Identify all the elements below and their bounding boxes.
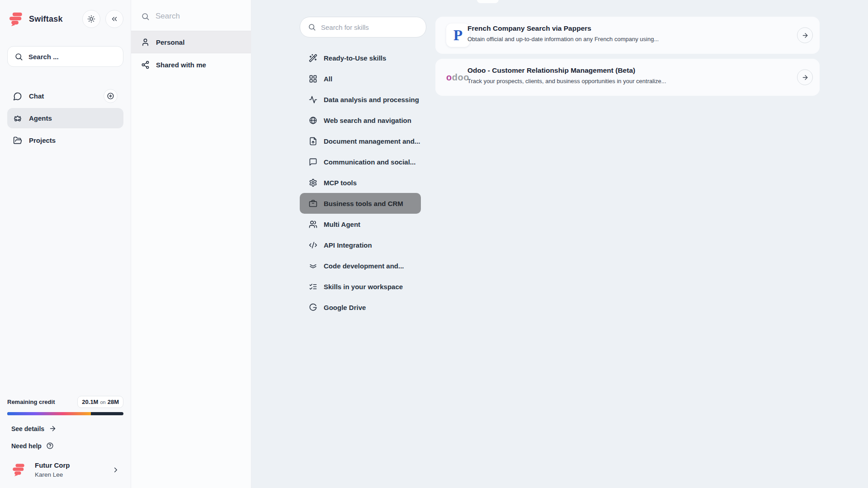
- category-item[interactable]: Skills in your workspace: [300, 276, 426, 297]
- plus-circle-icon: [107, 92, 114, 100]
- category-label: Code development and...: [324, 262, 404, 270]
- sidebar-nav-item[interactable]: Agents: [7, 108, 123, 128]
- sidebar: Swiftask Chat: [0, 0, 131, 488]
- skills-search-input[interactable]: [321, 23, 418, 31]
- panel-item[interactable]: Personal: [131, 31, 251, 53]
- globe-icon: [309, 116, 317, 125]
- category-item[interactable]: Code development and...: [300, 255, 426, 276]
- sidebar-search[interactable]: [7, 46, 123, 67]
- category-label: All: [324, 75, 332, 83]
- category-item[interactable]: All: [300, 68, 426, 89]
- collapse-sidebar-button[interactable]: [105, 10, 123, 28]
- grid-icon: [309, 75, 317, 83]
- skill-card-description: Obtain official and up-to-date informati…: [467, 36, 783, 42]
- category-label: Document management and...: [324, 137, 420, 145]
- category-item[interactable]: Ready-to-Use skills: [300, 47, 426, 68]
- category-item[interactable]: Multi Agent: [300, 214, 426, 235]
- search-icon: [14, 52, 23, 61]
- help-circle-icon: [46, 442, 54, 450]
- panel-search-input[interactable]: [156, 12, 242, 21]
- arrow-right-icon: [802, 74, 809, 81]
- need-help-label: Need help: [11, 442, 42, 450]
- category-item[interactable]: Communication and social...: [300, 151, 426, 172]
- briefcase-icon: [309, 199, 317, 208]
- chat-bubble-icon: [13, 92, 22, 101]
- chevron-right-icon: [112, 466, 120, 474]
- message-square-icon: [309, 158, 317, 166]
- wand-sparkles-icon: [309, 54, 317, 62]
- sidebar-nav: Chat Agents Projects: [7, 86, 123, 150]
- category-item[interactable]: Google Drive: [300, 297, 426, 318]
- category-item[interactable]: MCP tools: [300, 172, 426, 193]
- user-icon: [141, 38, 150, 47]
- org-user-name: Karen Lee: [35, 471, 70, 478]
- skill-card[interactable]: P French Company Search via Pappers Obta…: [435, 17, 820, 54]
- sidebar-bottom: Remaining credit 20.1M on 28M See detail…: [7, 396, 123, 480]
- panel-item[interactable]: Shared with me: [131, 53, 251, 76]
- skills-column: Ready-to-Use skills All Data analysis an…: [300, 17, 426, 318]
- nav-item-label: Projects: [29, 136, 56, 144]
- open-skill-button[interactable]: [797, 70, 813, 85]
- google-icon: [309, 303, 317, 312]
- arrow-right-icon: [802, 32, 809, 39]
- open-skill-button[interactable]: [797, 28, 813, 43]
- skill-card-title: Odoo - Customer Relationship Management …: [467, 66, 783, 75]
- credit-label: Remaining credit: [7, 399, 55, 405]
- category-label: Business tools and CRM: [324, 200, 403, 207]
- category-label: Multi Agent: [324, 221, 360, 228]
- category-label: Ready-to-Use skills: [324, 54, 386, 62]
- list-checks-icon: [309, 282, 317, 291]
- category-list: Ready-to-Use skills All Data analysis an…: [300, 47, 426, 318]
- search-icon: [308, 23, 316, 31]
- skill-cards: P French Company Search via Pappers Obta…: [435, 17, 820, 96]
- category-item[interactable]: Document management and...: [300, 131, 426, 151]
- skill-card-logo: odoo: [446, 73, 469, 82]
- credit-conjunction: on: [100, 399, 105, 405]
- agents-icon: [13, 114, 22, 123]
- nav-item-label: Agents: [29, 114, 52, 122]
- search-icon: [141, 12, 150, 21]
- category-item[interactable]: Data analysis and processing: [300, 89, 426, 110]
- see-details-label: See details: [11, 425, 44, 432]
- category-label: Skills in your workspace: [324, 283, 403, 291]
- sidebar-nav-item[interactable]: Projects: [7, 130, 123, 150]
- see-details-link[interactable]: See details: [11, 425, 123, 432]
- category-label: Web search and navigation: [324, 117, 411, 124]
- credit-badge: 20.1M on 28M: [77, 396, 123, 408]
- credit-used: 20.1M: [82, 399, 98, 405]
- panel-item-label: Shared with me: [156, 61, 206, 69]
- gear-icon: [309, 178, 317, 187]
- skill-card-description: Track your prospects, clients, and busin…: [467, 78, 783, 84]
- code-icon: [309, 241, 317, 249]
- sidebar-search-input[interactable]: [28, 53, 116, 61]
- panel-items: Personal Shared with me: [131, 31, 251, 76]
- skill-card[interactable]: odoo Odoo - Customer Relationship Manage…: [435, 59, 820, 96]
- panel-search[interactable]: [131, 0, 251, 31]
- top-notch: [477, 0, 499, 3]
- category-item[interactable]: API Integration: [300, 235, 426, 255]
- category-item[interactable]: Business tools and CRM: [300, 193, 421, 214]
- folder-icon: [13, 136, 22, 145]
- sidebar-nav-item[interactable]: Chat: [7, 86, 123, 106]
- sun-icon: [87, 15, 95, 23]
- share-icon: [141, 61, 150, 69]
- need-help-link[interactable]: Need help: [11, 442, 123, 450]
- new-chat-button[interactable]: [104, 89, 118, 103]
- arrow-right-icon: [49, 425, 57, 432]
- category-label: Google Drive: [324, 304, 366, 311]
- theme-toggle-button[interactable]: [82, 10, 100, 28]
- workspace-switcher[interactable]: Futur Corp Karen Lee: [7, 460, 123, 480]
- app-title: Swiftask: [29, 14, 63, 24]
- category-label: MCP tools: [324, 179, 357, 187]
- main-content: Ready-to-Use skills All Data analysis an…: [251, 0, 868, 488]
- layers-icon: [309, 262, 317, 270]
- nav-item-label: Chat: [29, 92, 44, 100]
- credit-row: Remaining credit 20.1M on 28M: [7, 396, 123, 408]
- skills-search[interactable]: [300, 17, 426, 38]
- swiftask-logo-icon: [7, 11, 25, 27]
- skill-card-logo: P: [446, 23, 470, 47]
- category-item[interactable]: Web search and navigation: [300, 110, 426, 131]
- org-avatar-icon: [11, 462, 27, 477]
- credit-progress-bar: [7, 412, 123, 415]
- credit-progress-fill: [7, 412, 91, 415]
